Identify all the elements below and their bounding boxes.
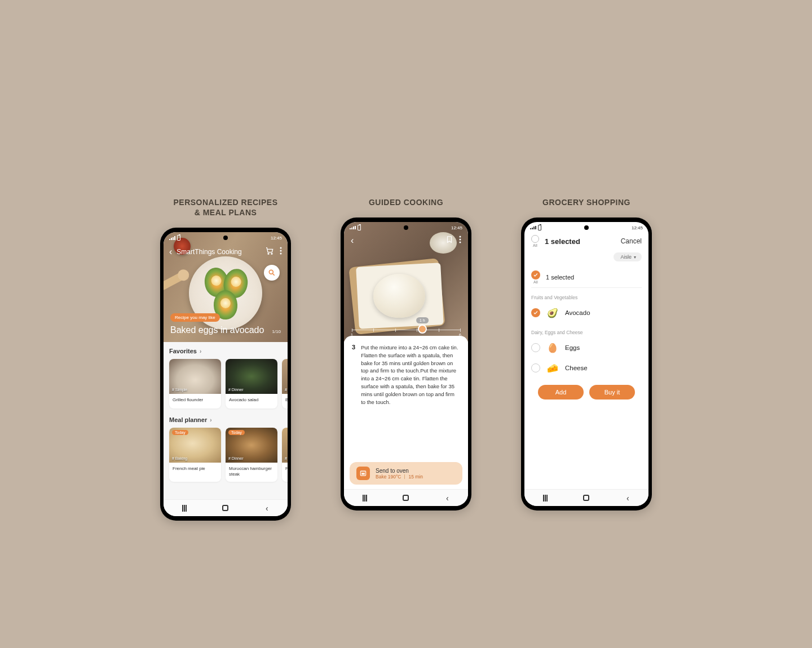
cheese-icon: 🧀	[547, 362, 558, 374]
item-name: Eggs	[565, 344, 580, 351]
buy-button[interactable]: Buy it	[589, 385, 635, 400]
select-all-toggle[interactable]: All	[531, 235, 539, 247]
camera-hole	[584, 225, 589, 230]
battery-icon	[177, 235, 180, 241]
card-tag: # Baking	[172, 456, 187, 460]
back-button[interactable]: ‹	[262, 503, 272, 513]
card-label: Moroccan hamburger steak	[226, 463, 277, 482]
svg-point-8	[460, 242, 461, 243]
recipe-card[interactable]: # Dinner Avocado salad	[226, 359, 277, 409]
select-all-label: All	[533, 243, 537, 247]
hero-decor	[164, 271, 186, 291]
item-checkbox[interactable]	[531, 363, 540, 372]
back-button[interactable]: ‹	[351, 236, 354, 246]
card-label: Grilled flounder	[169, 394, 221, 409]
egg-icon: 🥚	[547, 342, 558, 353]
recents-button[interactable]	[360, 493, 370, 503]
timeline-duration-badge: 1 h	[416, 317, 429, 323]
recents-button[interactable]	[540, 493, 550, 503]
item-checkbox[interactable]	[531, 308, 540, 317]
step-number: 3	[352, 344, 355, 406]
timeline-handle[interactable]	[418, 325, 427, 334]
hero-recipe-title: Baked eggs in avocado	[170, 325, 264, 335]
recipe-chip: Recipe you may like	[170, 313, 220, 322]
aisle-dropdown[interactable]: Aisle ▾	[614, 252, 642, 261]
home-button[interactable]	[581, 493, 592, 503]
step-timeline[interactable]: 1 h 1 6	[352, 325, 460, 335]
favorites-label: Favorites	[169, 348, 197, 354]
signal-icon	[169, 236, 175, 240]
today-badge: Today	[228, 430, 245, 435]
card-tag: # Simple	[172, 388, 187, 392]
android-nav-bar: ‹	[164, 499, 288, 516]
send-to-oven-button[interactable]: Send to oven Bake 190°C 15 min	[350, 462, 462, 485]
send-temp: Bake 190°C	[376, 474, 401, 480]
recipe-card[interactable]: Today # Dinner Moroccan hamburger steak	[226, 428, 277, 482]
category-header: Fruits and Vegetables	[531, 295, 642, 300]
back-button[interactable]: ‹	[169, 247, 172, 257]
card-tag: # B	[285, 456, 288, 460]
recipe-card[interactable]: # B Bac	[282, 359, 288, 409]
select-all-toggle[interactable]: All	[531, 270, 540, 284]
battery-icon	[538, 225, 541, 230]
recipe-card[interactable]: Today # Baking French meat pie	[169, 428, 221, 482]
clock: 12:45	[451, 225, 462, 230]
recents-button[interactable]	[179, 503, 189, 513]
svg-point-4	[280, 253, 282, 255]
signal-icon	[530, 226, 536, 230]
battery-icon	[358, 225, 361, 230]
step-text: Put the mixture into a 24~26 cm cake tin…	[361, 344, 460, 406]
recipe-card[interactable]: # Simple Grilled flounder	[169, 359, 221, 409]
chevron-right-icon: ›	[210, 417, 211, 423]
back-button[interactable]: ‹	[442, 493, 452, 503]
svg-point-11	[361, 472, 362, 472]
add-button[interactable]: Add	[538, 385, 584, 400]
svg-point-7	[460, 239, 461, 241]
chevron-right-icon: ›	[200, 348, 201, 354]
back-button[interactable]: ‹	[623, 493, 633, 503]
svg-rect-10	[361, 473, 365, 475]
send-title: Send to oven	[376, 468, 423, 474]
more-icon[interactable]	[280, 247, 282, 257]
clock: 12:45	[632, 225, 643, 230]
item-name: Avocado	[565, 309, 590, 316]
svg-point-13	[364, 472, 365, 472]
svg-point-6	[460, 236, 461, 238]
svg-point-5	[269, 270, 273, 274]
grocery-item[interactable]: 🧀 Cheese	[531, 358, 642, 378]
svg-point-0	[268, 254, 269, 255]
mealplanner-header[interactable]: Meal planner ›	[169, 416, 288, 423]
more-icon[interactable]	[459, 236, 461, 246]
recipe-card[interactable]: # B Fren	[282, 428, 288, 482]
cancel-button[interactable]: Cancel	[621, 237, 642, 245]
favorites-header[interactable]: Favorites ›	[169, 348, 288, 354]
camera-hole	[223, 236, 228, 240]
cart-icon[interactable]	[265, 246, 274, 258]
svg-point-3	[280, 250, 282, 252]
step-hero-image: 12:45 ‹	[344, 222, 468, 341]
svg-point-2	[280, 247, 282, 249]
home-button[interactable]	[401, 493, 411, 503]
hero-recipe-image[interactable]: 12:45 ‹ SmartThings Cooking	[164, 232, 288, 342]
card-label: Bac	[282, 394, 288, 409]
grocery-item[interactable]: 🥑 Avocado	[531, 303, 642, 323]
column-title-recipes: PERSONALIZED RECIPES & MEAL PLANS	[173, 197, 277, 218]
avocado-icon: 🥑	[547, 307, 558, 318]
card-label: Fren	[282, 463, 288, 477]
card-label: French meat pie	[169, 463, 221, 477]
column-title-grocery: GROCERY SHOPPING	[542, 197, 630, 207]
signal-icon	[350, 226, 356, 230]
clock: 12:45	[271, 236, 282, 241]
phone-recipes: 12:45 ‹ SmartThings Cooking	[160, 228, 291, 521]
bookmark-icon[interactable]	[445, 236, 453, 246]
phone-grocery: 12:45 All 1 selected Cancel Aisle ▾	[521, 218, 652, 511]
item-checkbox[interactable]	[531, 343, 540, 352]
home-button[interactable]	[220, 503, 231, 513]
select-all-label: All	[533, 280, 538, 284]
card-tag: # B	[285, 388, 288, 392]
svg-point-12	[363, 472, 363, 472]
aisle-label: Aisle	[620, 254, 632, 260]
selection-count: 1 selected	[545, 237, 615, 246]
grocery-item[interactable]: 🥚 Eggs	[531, 338, 642, 358]
search-button[interactable]	[264, 265, 280, 281]
